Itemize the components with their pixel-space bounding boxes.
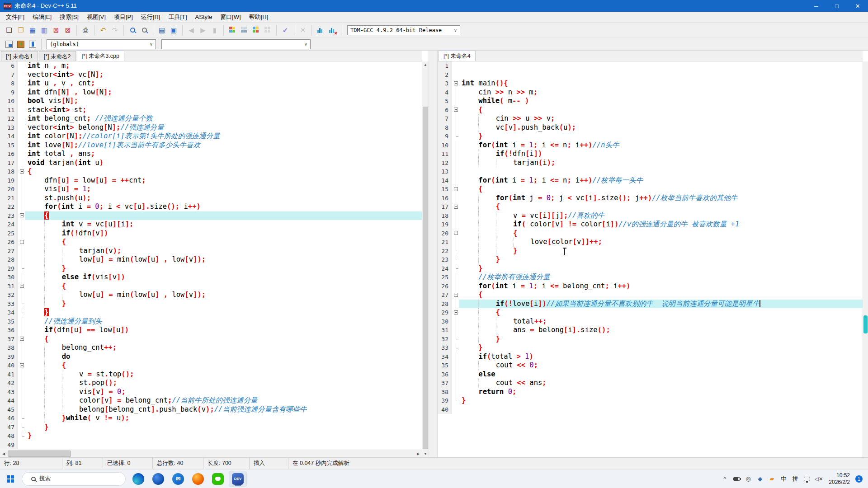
code-line-20[interactable]: 20 vis[u] = 1;: [0, 185, 422, 194]
save-icon[interactable]: ▦: [27, 24, 38, 36]
forward-icon[interactable]: ▶: [197, 24, 209, 36]
code-line-16[interactable]: 16 for(int j = 0; j < vc[i].size(); j++)…: [438, 194, 863, 203]
code-line-19[interactable]: 19 if( color[v] != color[i])//v的强连通分量的牛 …: [438, 220, 863, 229]
code-line-39[interactable]: 39}: [438, 396, 863, 405]
code-line-17[interactable]: 17void tarjan(int u): [0, 159, 422, 168]
code-line-25[interactable]: 25 //枚举所有强连通分量: [438, 273, 863, 282]
code-line-13[interactable]: 13: [438, 167, 863, 176]
save-all-icon[interactable]: ▥: [38, 24, 50, 36]
replace-icon[interactable]: [138, 24, 150, 36]
taskbar-search-input[interactable]: 搜索: [22, 472, 126, 486]
code-line-45[interactable]: 45 belong[belong_cnt].push_back(v);//当前强…: [0, 405, 422, 414]
code-line-37[interactable]: 37 {: [0, 335, 422, 344]
code-line-29[interactable]: 29 }: [0, 264, 422, 273]
code-line-9[interactable]: 9int dfn[N] , low[N];: [0, 88, 422, 97]
fold-toggle-icon[interactable]: [452, 308, 459, 317]
horizontal-scroll-thumb[interactable]: [8, 450, 71, 457]
menu-搜索[interactable]: 搜索[S]: [56, 12, 83, 23]
code-line-28[interactable]: 28 low[u] = min(low[u] , low[v]);: [0, 255, 422, 264]
code-line-6[interactable]: 6int n , m;: [0, 61, 422, 70]
tray-app-icon[interactable]: ▰: [766, 472, 777, 486]
toggle-bookmark-icon[interactable]: +: [15, 38, 27, 50]
location-icon[interactable]: ◎: [743, 472, 754, 486]
code-line-27[interactable]: 27 {: [438, 291, 863, 300]
fold-toggle-icon[interactable]: [452, 291, 459, 300]
fold-toggle-icon[interactable]: [18, 282, 25, 291]
vertical-scroll-thumb[interactable]: [423, 107, 428, 449]
code-line-27[interactable]: 27 tarjan(v);: [0, 247, 422, 256]
code-line-8[interactable]: 8 vc[v].push_back(u);: [438, 123, 863, 132]
tab-3cpp[interactable]: [*] 未命名3.cpp: [77, 50, 124, 61]
code-line-41[interactable]: 41 v = st.top();: [0, 370, 422, 379]
code-line-12[interactable]: 12 tarjan(i);: [438, 159, 863, 168]
code-line-24[interactable]: 24 }: [438, 264, 863, 273]
start-button[interactable]: [3, 471, 18, 487]
tray-chevron-icon[interactable]: ^: [719, 472, 730, 486]
code-line-28[interactable]: 28 if(!love[i])//如果当前连通分量不喜欢别的牛 说明当前连通分量…: [438, 300, 863, 309]
code-line-38[interactable]: 38 belong_cnt++;: [0, 343, 422, 352]
view-grid-icon[interactable]: [262, 24, 274, 36]
menu-编辑[interactable]: 编辑[E]: [28, 12, 56, 23]
scroll-left-arrow-icon[interactable]: ◀: [0, 450, 7, 457]
code-line-16[interactable]: 16int total , ans;: [0, 150, 422, 159]
taskbar-app-wechat[interactable]: [209, 471, 227, 487]
scroll-right-arrow-icon[interactable]: ▶: [415, 450, 422, 457]
code-line-15[interactable]: 15 {: [438, 185, 863, 194]
code-line-3[interactable]: 3int main(){: [438, 79, 863, 88]
taskbar-app-edge[interactable]: [129, 471, 147, 487]
view-compile-icon[interactable]: [250, 24, 262, 36]
code-line-30[interactable]: 30 else if(vis[v]): [0, 273, 422, 282]
battery-icon[interactable]: [731, 472, 742, 486]
code-line-19[interactable]: 19 dfn[u] = low[u] = ++cnt;: [0, 176, 422, 185]
view-classes-icon[interactable]: [238, 24, 250, 36]
code-line-7[interactable]: 7 cin >> u >> v;: [438, 114, 863, 123]
code-line-40[interactable]: 40 {: [0, 361, 422, 370]
code-line-48[interactable]: 48}: [0, 432, 422, 441]
code-line-38[interactable]: 38 return 0;: [438, 388, 863, 397]
code-line-31[interactable]: 31 ans = belong[i].size();: [438, 326, 863, 335]
print-icon[interactable]: ⎙: [80, 24, 91, 36]
menu-视图[interactable]: 视图[V]: [83, 12, 110, 23]
view-project-icon[interactable]: [226, 24, 238, 36]
code-line-10[interactable]: 10bool vis[N];: [0, 97, 422, 106]
tab-2[interactable]: [*] 未命名2: [39, 51, 76, 61]
code-line-1[interactable]: 1: [438, 61, 863, 70]
code-line-22[interactable]: 22 for(int i = 0; i < vc[u].size(); i++): [0, 202, 422, 211]
code-line-47[interactable]: 47 }: [0, 423, 422, 432]
fold-toggle-icon[interactable]: [18, 361, 25, 370]
code-line-39[interactable]: 39 do: [0, 352, 422, 361]
left-code-editor[interactable]: 6int n , m;7vector<int> vc[N];8int u , v…: [0, 61, 422, 450]
back-icon[interactable]: ◀: [185, 24, 197, 36]
fold-toggle-icon[interactable]: [452, 79, 459, 88]
ime-lang-indicator[interactable]: 中: [778, 472, 789, 486]
new-file-icon[interactable]: ❏: [3, 24, 15, 36]
menu-帮助[interactable]: 帮助[H]: [245, 12, 273, 23]
fold-toggle-icon[interactable]: [452, 202, 459, 211]
close-all-icon[interactable]: ⊠: [62, 24, 74, 36]
shield-icon[interactable]: ◆: [755, 472, 765, 486]
minimize-button[interactable]: ─: [806, 0, 826, 12]
menu-运行[interactable]: 运行[R]: [137, 12, 165, 23]
code-line-31[interactable]: 31 {: [0, 282, 422, 291]
menu-文件[interactable]: 文件[F]: [2, 12, 28, 23]
code-line-42[interactable]: 42 st.pop();: [0, 379, 422, 388]
left-vertical-scrollbar[interactable]: ▲ ▼: [422, 61, 429, 457]
code-line-30[interactable]: 30 total++;: [438, 317, 863, 326]
code-line-11[interactable]: 11 if(!dfn[i]): [438, 150, 863, 159]
code-line-33[interactable]: 33 }: [438, 343, 863, 352]
code-line-32[interactable]: 32 }: [438, 335, 863, 344]
tab-1[interactable]: [*] 未命名1: [1, 51, 38, 61]
code-line-24[interactable]: 24 int v = vc[u][i];: [0, 220, 422, 229]
pause-icon[interactable]: ▮: [209, 24, 221, 36]
right-vertical-scrollbar[interactable]: [863, 61, 868, 457]
close-button[interactable]: ✕: [847, 0, 868, 12]
code-line-21[interactable]: 21 st.push(u);: [0, 194, 422, 203]
code-line-14[interactable]: 14 for(int i = 1; i <= n; i++)//枚举每一头牛: [438, 176, 863, 185]
scroll-up-arrow-icon[interactable]: ▲: [422, 61, 429, 68]
right-code-editor[interactable]: 123int main(){4 cin >> n >> m;5 while( m…: [438, 61, 863, 457]
taskbar-app-firefox[interactable]: [189, 471, 207, 487]
code-line-36[interactable]: 36 else: [438, 370, 863, 379]
code-line-5[interactable]: 5 while( m-- ): [438, 97, 863, 106]
fold-toggle-icon[interactable]: [18, 238, 25, 247]
taskbar-app-mail[interactable]: ✉: [169, 471, 187, 487]
